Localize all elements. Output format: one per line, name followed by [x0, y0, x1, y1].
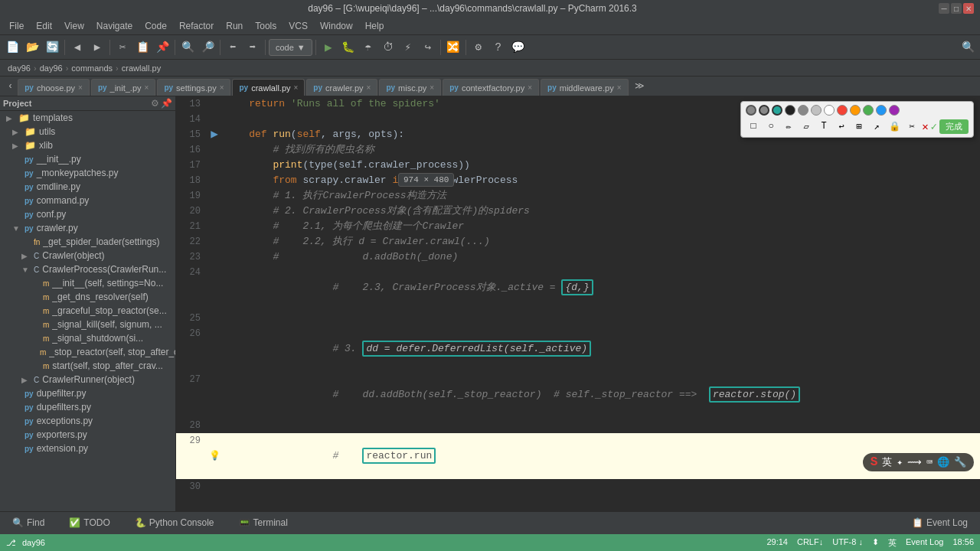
sidebar-item-templates[interactable]: ▶ 📁 templates: [0, 111, 175, 125]
draw-ellipse-tool[interactable]: ○: [763, 119, 779, 134]
sync-button[interactable]: 🔄: [43, 38, 61, 57]
nav-right-button[interactable]: ➡: [243, 38, 262, 57]
sidebar-item-cmdline[interactable]: ▶ py cmdline.py: [0, 180, 175, 194]
color-orange[interactable]: [850, 105, 861, 116]
dot-large[interactable]: [772, 105, 782, 116]
code-dropdown[interactable]: code ▼: [269, 39, 312, 56]
breadcrumb-day96-1[interactable]: day96: [5, 64, 34, 73]
breadcrumb-day96-2[interactable]: day96: [37, 64, 66, 73]
breadcrumb-crawlall[interactable]: crawlall.py: [119, 64, 164, 73]
tab-crawlall-py[interactable]: py crawlall.py ×: [232, 79, 305, 96]
cut-button[interactable]: ✂: [113, 38, 132, 57]
draw-done-button[interactable]: 完成: [939, 119, 969, 134]
sidebar-item-signalkill[interactable]: ▶ m _signal_kill(self, signum, ...: [0, 318, 175, 331]
sidebar-item-crawlerprocess[interactable]: ▼ C CrawlerProcess(CrawlerRun...: [0, 262, 175, 276]
maximize-button[interactable]: □: [951, 3, 962, 14]
dot-medium[interactable]: [759, 105, 769, 116]
project-gear-icon[interactable]: ⚙: [151, 98, 159, 109]
draw-text-tool[interactable]: T: [816, 119, 831, 134]
feedback-button[interactable]: 💬: [509, 38, 528, 57]
status-eventlog[interactable]: Event Log: [906, 537, 944, 549]
menu-help[interactable]: Help: [359, 19, 390, 33]
concurrency-button[interactable]: ⚡: [399, 38, 417, 57]
tab-crawler-py[interactable]: py crawler.py ×: [306, 79, 377, 96]
sidebar-item-crawlerrunner[interactable]: ▶ C CrawlerRunner(object): [0, 373, 175, 386]
sidebar-item-start[interactable]: ▶ m start(self, stop_after_crav...: [0, 359, 175, 373]
draw-undo-tool[interactable]: ↩: [834, 119, 849, 134]
draw-rect-tool[interactable]: □: [746, 119, 761, 134]
step-button[interactable]: ↪: [419, 38, 437, 57]
ime-moon[interactable]: ✦: [897, 456, 903, 468]
draw-lock-tool[interactable]: 🔒: [887, 119, 902, 134]
color-red[interactable]: [837, 105, 848, 116]
bottom-tab-python-console[interactable]: 🐍 Python Console: [129, 513, 220, 534]
sidebar-item-conf[interactable]: ▶ py conf.py: [0, 207, 175, 221]
sidebar-item-utils[interactable]: ▶ 📁 utils: [0, 125, 175, 139]
draw-accept-button[interactable]: ✓: [931, 120, 937, 133]
sidebar-item-command[interactable]: ▶ py command.py: [0, 194, 175, 207]
bottom-tab-find[interactable]: 🔍 Find: [6, 513, 51, 534]
tab-close-misc[interactable]: ×: [430, 83, 434, 92]
color-green[interactable]: [863, 105, 874, 116]
color-blue[interactable]: [876, 105, 887, 116]
draw-arrow-tool[interactable]: ↗: [869, 119, 884, 134]
code-editor[interactable]: 974 × 480 13 return 'Runs all of the spi…: [176, 96, 980, 511]
draw-grid-tool[interactable]: ⊞: [851, 119, 867, 134]
sidebar-item-getspider[interactable]: ▶ fn _get_spider_loader(settings): [0, 235, 175, 249]
menu-code[interactable]: Code: [139, 19, 173, 33]
sidebar-item-extension[interactable]: ▶ py extension.py: [0, 442, 175, 455]
sidebar-item-crawler[interactable]: ▼ py crawler.py: [0, 221, 175, 235]
draw-close-button[interactable]: ✕: [922, 120, 928, 133]
draw-pen-tool[interactable]: ✏: [781, 119, 796, 134]
menu-refactor[interactable]: Refactor: [173, 19, 220, 33]
tabs-left-arrow[interactable]: ‹: [3, 80, 18, 93]
sidebar-item-dupefilter[interactable]: ▶ py dupefilter.py: [0, 386, 175, 400]
open-button[interactable]: 📂: [23, 38, 41, 57]
tab-misc-py[interactable]: py misc.py ×: [379, 79, 441, 96]
sidebar-item-monkeypatches[interactable]: ▶ py _monkeypatches.py: [0, 166, 175, 180]
sidebar-item-dupefilters[interactable]: ▶ py dupefilters.py: [0, 400, 175, 414]
coverage-button[interactable]: ☂: [359, 38, 377, 57]
menu-view[interactable]: View: [58, 19, 90, 33]
tab-close-settings[interactable]: ×: [220, 83, 224, 92]
bottom-tab-todo[interactable]: ✅ TODO: [63, 513, 116, 534]
draw-crop-tool[interactable]: ✂: [904, 119, 920, 134]
tab-choose-py[interactable]: py choose.py ×: [18, 79, 90, 96]
profile-button[interactable]: ⏱: [379, 38, 397, 57]
draw-line-tool[interactable]: ▱: [799, 119, 814, 134]
new-file-button[interactable]: 📄: [3, 38, 21, 57]
ime-keyboard[interactable]: ⌨: [926, 456, 933, 468]
ime-settings[interactable]: 🔧: [954, 456, 966, 468]
tab-close-init[interactable]: ×: [145, 83, 149, 92]
ime-cloud[interactable]: 🌐: [937, 456, 949, 468]
settings-button[interactable]: ⚙: [469, 38, 488, 57]
dot-small[interactable]: [746, 105, 756, 116]
menu-navigate[interactable]: Navigate: [90, 19, 139, 33]
menu-run[interactable]: Run: [220, 19, 249, 33]
tab-close-contextfactory[interactable]: ×: [528, 83, 532, 92]
ime-arrow[interactable]: ⟿: [907, 456, 922, 468]
tab-close-middleware[interactable]: ×: [617, 83, 622, 92]
sidebar-item-initpy[interactable]: ▶ py __init__.py: [0, 152, 175, 166]
sidebar-item-graceful[interactable]: ▶ m _graceful_stop_reactor(se...: [0, 304, 175, 318]
sidebar-item-crawlerobject[interactable]: ▶ C Crawler(object): [0, 249, 175, 262]
tab-contextfactory-py[interactable]: py contextfactory.py ×: [443, 79, 539, 96]
paste-button[interactable]: 📌: [153, 38, 172, 57]
run-button[interactable]: ▶: [319, 38, 338, 57]
copy-button[interactable]: 📋: [133, 38, 152, 57]
global-search-button[interactable]: 🔍: [959, 38, 977, 57]
sidebar-item-init[interactable]: ▶ m __init__(self, settings=No...: [0, 276, 175, 290]
ime-lang[interactable]: 英: [882, 455, 892, 469]
sidebar-item-exceptions[interactable]: ▶ py exceptions.py: [0, 414, 175, 428]
color-gray[interactable]: [798, 105, 808, 116]
project-pin-icon[interactable]: 📌: [161, 98, 172, 109]
vcs-button[interactable]: 🔀: [444, 38, 462, 57]
tab-close-crawlall[interactable]: ×: [294, 83, 299, 92]
sidebar-item-stopreactor[interactable]: ▶ m _stop_reactor(self, stop_after_crav.…: [0, 345, 175, 359]
nav-left-button[interactable]: ⬅: [224, 38, 242, 57]
sidebar-item-getdns[interactable]: ▶ m _get_dns_resolver(self): [0, 290, 175, 304]
tab-middleware-py[interactable]: py middleware.py ×: [541, 79, 628, 96]
menu-edit[interactable]: Edit: [30, 19, 58, 33]
help-toolbar-button[interactable]: ?: [489, 38, 508, 57]
findreplace-button[interactable]: 🔎: [198, 38, 217, 57]
